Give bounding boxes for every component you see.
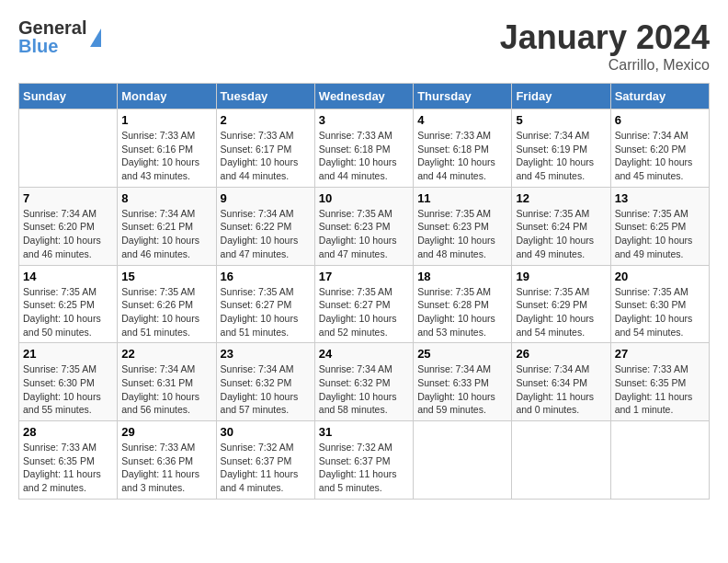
- day-info: Sunrise: 7:34 AMSunset: 6:19 PMDaylight:…: [516, 129, 606, 183]
- day-number: 1: [121, 113, 211, 127]
- calendar-cell: 6Sunrise: 7:34 AMSunset: 6:20 PMDaylight…: [610, 109, 709, 188]
- calendar-cell: 23Sunrise: 7:34 AMSunset: 6:32 PMDayligh…: [216, 343, 314, 421]
- calendar-cell: [19, 109, 118, 188]
- day-number: 10: [319, 191, 409, 205]
- weekday-header-wednesday: Wednesday: [314, 84, 413, 109]
- logo-triangle-icon: [90, 29, 101, 47]
- calendar-cell: 28Sunrise: 7:33 AMSunset: 6:35 PMDayligh…: [19, 421, 118, 500]
- calendar-week-row: 14Sunrise: 7:35 AMSunset: 6:25 PMDayligh…: [19, 265, 710, 343]
- day-info: Sunrise: 7:35 AMSunset: 6:23 PMDaylight:…: [319, 207, 409, 261]
- calendar-cell: 13Sunrise: 7:35 AMSunset: 6:25 PMDayligh…: [610, 187, 709, 265]
- day-info: Sunrise: 7:34 AMSunset: 6:31 PMDaylight:…: [121, 362, 211, 417]
- day-info: Sunrise: 7:35 AMSunset: 6:26 PMDaylight:…: [121, 285, 211, 339]
- day-number: 17: [319, 270, 409, 283]
- day-info: Sunrise: 7:34 AMSunset: 6:32 PMDaylight:…: [221, 362, 311, 417]
- day-info: Sunrise: 7:32 AMSunset: 6:37 PMDaylight:…: [319, 441, 409, 495]
- day-info: Sunrise: 7:35 AMSunset: 6:25 PMDaylight:…: [615, 207, 705, 261]
- day-info: Sunrise: 7:35 AMSunset: 6:30 PMDaylight:…: [23, 362, 113, 417]
- calendar-cell: 10Sunrise: 7:35 AMSunset: 6:23 PMDayligh…: [314, 187, 413, 265]
- calendar-cell: 1Sunrise: 7:33 AMSunset: 6:16 PMDaylight…: [118, 109, 216, 188]
- calendar-cell: 21Sunrise: 7:35 AMSunset: 6:30 PMDayligh…: [19, 343, 118, 421]
- day-info: Sunrise: 7:34 AMSunset: 6:32 PMDaylight:…: [319, 362, 409, 417]
- calendar-cell: 16Sunrise: 7:35 AMSunset: 6:27 PMDayligh…: [216, 265, 314, 343]
- day-number: 9: [221, 191, 311, 205]
- day-number: 13: [615, 191, 705, 205]
- day-info: Sunrise: 7:34 AMSunset: 6:20 PMDaylight:…: [23, 207, 113, 261]
- day-number: 25: [417, 347, 507, 361]
- logo-blue: Blue: [18, 37, 86, 55]
- day-number: 14: [23, 270, 113, 283]
- logo-text: General Blue: [18, 18, 86, 55]
- location-subtitle: Carrillo, Mexico: [500, 57, 710, 74]
- day-number: 22: [121, 347, 211, 361]
- day-number: 26: [516, 347, 606, 361]
- day-info: Sunrise: 7:33 AMSunset: 6:36 PMDaylight:…: [121, 441, 211, 495]
- calendar-table: SundayMondayTuesdayWednesdayThursdayFrid…: [18, 83, 710, 500]
- calendar-cell: 29Sunrise: 7:33 AMSunset: 6:36 PMDayligh…: [118, 421, 216, 500]
- weekday-header-row: SundayMondayTuesdayWednesdayThursdayFrid…: [19, 84, 710, 109]
- day-info: Sunrise: 7:35 AMSunset: 6:23 PMDaylight:…: [417, 207, 507, 261]
- calendar-cell: 18Sunrise: 7:35 AMSunset: 6:28 PMDayligh…: [414, 265, 512, 343]
- day-info: Sunrise: 7:35 AMSunset: 6:27 PMDaylight:…: [221, 285, 311, 339]
- day-info: Sunrise: 7:33 AMSunset: 6:18 PMDaylight:…: [417, 129, 507, 183]
- logo-general: General: [18, 18, 86, 37]
- day-info: Sunrise: 7:33 AMSunset: 6:35 PMDaylight:…: [615, 362, 705, 417]
- calendar-cell: 5Sunrise: 7:34 AMSunset: 6:19 PMDaylight…: [512, 109, 610, 188]
- calendar-cell: 25Sunrise: 7:34 AMSunset: 6:33 PMDayligh…: [414, 343, 512, 421]
- weekday-header-tuesday: Tuesday: [216, 84, 314, 109]
- calendar-week-row: 1Sunrise: 7:33 AMSunset: 6:16 PMDaylight…: [19, 109, 710, 188]
- day-number: 24: [319, 347, 409, 361]
- calendar-cell: 11Sunrise: 7:35 AMSunset: 6:23 PMDayligh…: [414, 187, 512, 265]
- day-number: 16: [221, 270, 311, 283]
- weekday-header-sunday: Sunday: [19, 84, 118, 109]
- day-number: 30: [221, 425, 311, 439]
- calendar-cell: 12Sunrise: 7:35 AMSunset: 6:24 PMDayligh…: [512, 187, 610, 265]
- calendar-cell: 15Sunrise: 7:35 AMSunset: 6:26 PMDayligh…: [118, 265, 216, 343]
- page-header: General Blue January 2024 Carrillo, Mexi…: [18, 18, 710, 74]
- calendar-cell: 20Sunrise: 7:35 AMSunset: 6:30 PMDayligh…: [610, 265, 709, 343]
- day-info: Sunrise: 7:33 AMSunset: 6:35 PMDaylight:…: [23, 441, 113, 495]
- day-number: 5: [516, 113, 606, 127]
- day-number: 20: [615, 270, 705, 283]
- calendar-cell: 3Sunrise: 7:33 AMSunset: 6:18 PMDaylight…: [314, 109, 413, 188]
- calendar-cell: 2Sunrise: 7:33 AMSunset: 6:17 PMDaylight…: [216, 109, 314, 188]
- day-info: Sunrise: 7:33 AMSunset: 6:16 PMDaylight:…: [121, 129, 211, 183]
- day-number: 11: [417, 191, 507, 205]
- day-info: Sunrise: 7:35 AMSunset: 6:25 PMDaylight:…: [23, 285, 113, 339]
- calendar-cell: 22Sunrise: 7:34 AMSunset: 6:31 PMDayligh…: [118, 343, 216, 421]
- month-year-title: January 2024: [500, 18, 710, 57]
- calendar-cell: 26Sunrise: 7:34 AMSunset: 6:34 PMDayligh…: [512, 343, 610, 421]
- day-info: Sunrise: 7:34 AMSunset: 6:33 PMDaylight:…: [417, 362, 507, 417]
- calendar-cell: 4Sunrise: 7:33 AMSunset: 6:18 PMDaylight…: [414, 109, 512, 188]
- calendar-week-row: 28Sunrise: 7:33 AMSunset: 6:35 PMDayligh…: [19, 421, 710, 500]
- calendar-cell: 31Sunrise: 7:32 AMSunset: 6:37 PMDayligh…: [314, 421, 413, 500]
- calendar-cell: [512, 421, 610, 500]
- calendar-cell: 9Sunrise: 7:34 AMSunset: 6:22 PMDaylight…: [216, 187, 314, 265]
- day-number: 27: [615, 347, 705, 361]
- calendar-cell: 8Sunrise: 7:34 AMSunset: 6:21 PMDaylight…: [118, 187, 216, 265]
- day-info: Sunrise: 7:35 AMSunset: 6:29 PMDaylight:…: [516, 285, 606, 339]
- calendar-cell: [610, 421, 709, 500]
- day-info: Sunrise: 7:34 AMSunset: 6:21 PMDaylight:…: [121, 207, 211, 261]
- calendar-cell: 17Sunrise: 7:35 AMSunset: 6:27 PMDayligh…: [314, 265, 413, 343]
- day-info: Sunrise: 7:33 AMSunset: 6:17 PMDaylight:…: [221, 129, 311, 183]
- weekday-header-friday: Friday: [512, 84, 610, 109]
- calendar-cell: 7Sunrise: 7:34 AMSunset: 6:20 PMDaylight…: [19, 187, 118, 265]
- day-info: Sunrise: 7:34 AMSunset: 6:34 PMDaylight:…: [516, 362, 606, 417]
- day-number: 4: [417, 113, 507, 127]
- day-number: 15: [121, 270, 211, 283]
- day-info: Sunrise: 7:35 AMSunset: 6:28 PMDaylight:…: [417, 285, 507, 339]
- day-number: 23: [221, 347, 311, 361]
- day-number: 8: [121, 191, 211, 205]
- day-info: Sunrise: 7:34 AMSunset: 6:20 PMDaylight:…: [615, 129, 705, 183]
- day-number: 29: [121, 425, 211, 439]
- day-info: Sunrise: 7:35 AMSunset: 6:27 PMDaylight:…: [319, 285, 409, 339]
- day-info: Sunrise: 7:34 AMSunset: 6:22 PMDaylight:…: [221, 207, 311, 261]
- weekday-header-thursday: Thursday: [414, 84, 512, 109]
- calendar-cell: 27Sunrise: 7:33 AMSunset: 6:35 PMDayligh…: [610, 343, 709, 421]
- calendar-cell: 14Sunrise: 7:35 AMSunset: 6:25 PMDayligh…: [19, 265, 118, 343]
- day-number: 19: [516, 270, 606, 283]
- day-number: 2: [221, 113, 311, 127]
- weekday-header-saturday: Saturday: [610, 84, 709, 109]
- title-block: January 2024 Carrillo, Mexico: [500, 18, 710, 74]
